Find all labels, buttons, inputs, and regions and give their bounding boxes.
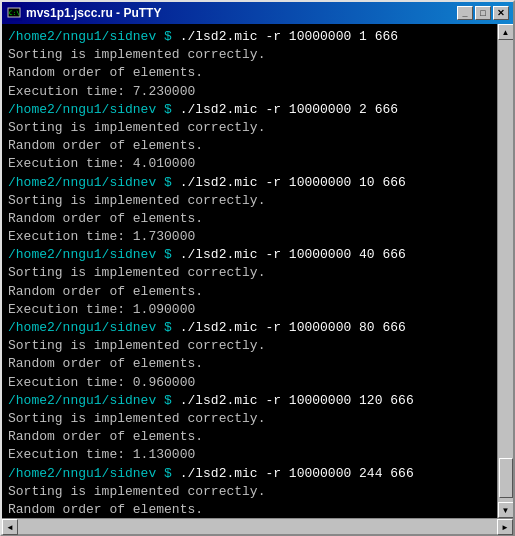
scrollbar-track-horizontal [18, 519, 497, 534]
putty-window: C:\ mvs1p1.jscc.ru - PuTTY _ □ ✕ /home2/… [0, 0, 515, 536]
terminal-output[interactable]: /home2/nngu1/sidnev $ ./lsd2.mic -r 1000… [2, 24, 497, 518]
scrollbar-thumb[interactable] [499, 458, 513, 498]
maximize-button[interactable]: □ [475, 6, 491, 20]
scrollbar-track [498, 40, 514, 502]
scroll-down-button[interactable]: ▼ [498, 502, 514, 518]
minimize-button[interactable]: _ [457, 6, 473, 20]
scroll-up-button[interactable]: ▲ [498, 24, 514, 40]
window-title: mvs1p1.jscc.ru - PuTTY [26, 6, 457, 20]
window-controls: _ □ ✕ [457, 6, 509, 20]
scroll-right-button[interactable]: ► [497, 519, 513, 535]
scroll-left-button[interactable]: ◄ [2, 519, 18, 535]
terminal-wrapper: /home2/nngu1/sidnev $ ./lsd2.mic -r 1000… [2, 24, 513, 518]
svg-text:C:\: C:\ [9, 9, 20, 16]
terminal-icon: C:\ [6, 5, 22, 21]
titlebar: C:\ mvs1p1.jscc.ru - PuTTY _ □ ✕ [2, 2, 513, 24]
scrollbar-vertical: ▲ ▼ [497, 24, 513, 518]
close-button[interactable]: ✕ [493, 6, 509, 20]
scrollbar-horizontal: ◄ ► [2, 518, 513, 534]
